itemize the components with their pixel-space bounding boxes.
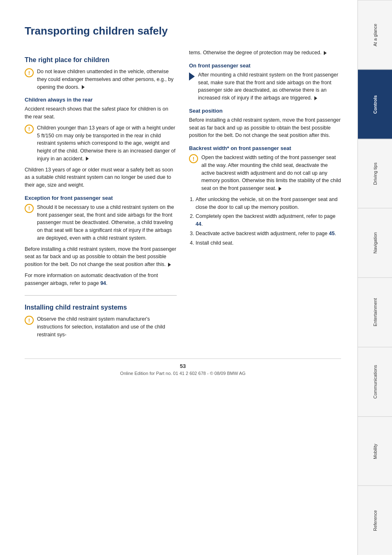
subsection-title-backrest: Backrest width* on front passenger seat — [189, 145, 341, 151]
exception-text-1: Before installing a child restraint syst… — [25, 245, 177, 268]
step-2: Completely open the backrest width adjus… — [196, 213, 341, 228]
warning-icon-4: ! — [25, 316, 34, 325]
warning-block-4: ! Observe the child restraint system man… — [25, 315, 177, 338]
end-marker-4 — [324, 51, 327, 55]
sidebar-tab-mobility[interactable]: Mobility — [358, 416, 392, 486]
footer-text: Online Edition for Part no. 01 41 2 602 … — [120, 371, 245, 376]
sidebar-tab-reference[interactable]: Reference — [358, 486, 392, 555]
page-title: Transporting children safely — [25, 25, 341, 37]
main-content: Transporting children safely The right p… — [0, 0, 357, 555]
warning-icon-3: ! — [25, 204, 34, 213]
end-marker-5 — [314, 96, 317, 100]
subsection-title-front-passenger: On front passenger seat — [189, 62, 341, 69]
step-1: After unlocking the vehicle, sit on the … — [196, 196, 341, 211]
sidebar-tab-controls[interactable]: Controls — [358, 69, 392, 139]
steps-list: After unlocking the vehicle, sit on the … — [196, 196, 341, 247]
warning-icon-1: ! — [25, 68, 34, 77]
end-marker-3 — [168, 263, 171, 267]
section-title-right-place: The right place for children — [25, 56, 177, 64]
children-rear-text-2: Children 13 years of age or older must w… — [25, 166, 177, 189]
sidebar-tab-communications[interactable]: Communications — [358, 347, 392, 416]
subsection-title-children-rear: Children always in the rear — [25, 97, 177, 103]
page-number: 53 — [25, 363, 341, 369]
page-footer: 53 Online Edition for Part no. 01 41 2 6… — [25, 358, 341, 376]
warning-block-5: ! Open the backrest width setting of the… — [189, 154, 341, 192]
two-column-layout: The right place for children ! Do not le… — [25, 49, 341, 342]
end-marker-6 — [279, 187, 281, 191]
right-column: tems. Otherwise the degree of protection… — [189, 49, 341, 342]
step-4: Install child seat. — [196, 239, 341, 247]
exception-link[interactable]: 94 — [100, 280, 106, 286]
warning-block-3: ! Should it be necessary to use a child … — [25, 204, 177, 242]
warning-text-3: Should it be necessary to use a child re… — [37, 204, 177, 242]
sidebar-tab-driving-tips[interactable]: Driving tips — [358, 139, 392, 208]
exception-text-2: For more information on automatic deacti… — [25, 272, 177, 287]
warning-block-2: ! Children younger than 13 years of age … — [25, 124, 177, 163]
warning-text-1: Do not leave children unattended in the … — [37, 68, 177, 91]
subsection-title-exception: Exception for front passenger seat — [25, 195, 177, 201]
warning-text-5: Open the backrest width setting of the f… — [201, 154, 341, 192]
warning-text-2: Children younger than 13 years of age or… — [37, 124, 177, 163]
continued-text: tems. Otherwise the degree of protection… — [189, 49, 341, 57]
section-title-installing: Installing child restraint systems — [25, 304, 177, 311]
seat-position-text: Before installing a child restraint syst… — [189, 116, 341, 139]
sidebar-tab-entertainment[interactable]: Entertainment — [358, 278, 392, 347]
warning-icon-5: ! — [189, 154, 198, 163]
note-text-1: After mounting a child restraint system … — [198, 71, 341, 102]
end-marker-1 — [82, 85, 85, 89]
sidebar-tab-at-a-glance[interactable]: At a glance — [358, 0, 392, 69]
section-divider — [25, 295, 177, 296]
sidebar-tab-navigation[interactable]: Navigation — [358, 208, 392, 278]
note-arrow-icon-1 — [189, 72, 195, 81]
sidebar: At a glanceControlsDriving tipsNavigatio… — [357, 0, 392, 555]
warning-block-1: ! Do not leave children unattended in th… — [25, 68, 177, 91]
children-rear-text-1: Accident research shows that the safest … — [25, 105, 177, 121]
warning-icon-2: ! — [25, 125, 34, 134]
step-3: Deactivate active backrest width adjustm… — [196, 230, 341, 238]
subsection-title-seat-position: Seat position — [189, 108, 341, 114]
left-column: The right place for children ! Do not le… — [25, 49, 177, 342]
warning-text-4: Observe the child restraint system manuf… — [37, 315, 177, 338]
note-block-1: After mounting a child restraint system … — [189, 71, 341, 102]
end-marker-2 — [86, 157, 89, 161]
